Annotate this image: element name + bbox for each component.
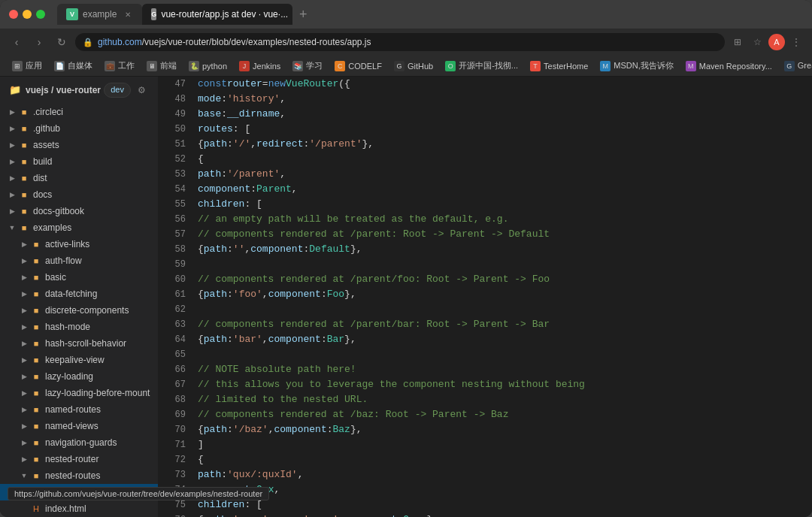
bookmarks-bar: ⊞ 应用 📄 自媒体 💼 工作 🖥 前端 🐍 python J Jenkins … — [0, 56, 812, 77]
folder-icon: ■ — [30, 354, 42, 366]
sidebar-item-examples[interactable]: ▼ ■ examples — [0, 219, 158, 236]
bookmark-jenkins[interactable]: J Jenkins — [235, 59, 285, 73]
folder-icon: ■ — [18, 156, 30, 168]
code-editor: 47 48 49 50 51 52 53 54 55 56 57 58 59 6… — [158, 77, 812, 517]
sidebar-item-github[interactable]: ▶ ■ .github — [0, 120, 158, 137]
folder-icon: ■ — [18, 139, 30, 151]
bookmark-study[interactable]: 📚 学习 — [288, 59, 327, 73]
bookmark-oschina-label: 开源中国-找彻... — [459, 60, 518, 71]
tabs-bar: V example ✕ G vue-router/app.js at dev ·… — [57, 4, 803, 25]
sidebar-item-nested-router[interactable]: ▶ ■ nested-router — [0, 451, 158, 467]
tree-label-auth-flow: auth-flow — [45, 255, 82, 266]
code-content[interactable]: const router = new VueRouter({ mode: 'hi… — [192, 77, 812, 517]
code-line-56: // an empty path will be treated as the … — [198, 212, 812, 227]
folder-icon: ■ — [30, 470, 42, 482]
maximize-button[interactable] — [36, 10, 45, 19]
bookmark-testerhome[interactable]: T TesterHome — [526, 59, 592, 73]
bookmark-jenkins-label: Jenkins — [253, 62, 280, 71]
back-button[interactable]: ‹ — [8, 33, 26, 51]
bookmark-github[interactable]: G GitHub — [389, 59, 438, 73]
sidebar-item-circleci[interactable]: ▶ ■ .circleci — [0, 104, 158, 120]
code-line-48: mode: 'history', — [198, 92, 812, 107]
sidebar-item-hash-scroll[interactable]: ▶ ■ hash-scroll-behavior — [0, 335, 158, 352]
study-icon: 📚 — [292, 61, 303, 71]
bookmark-codelf-label: CODELF — [348, 62, 382, 71]
sidebar-item-assets[interactable]: ▶ ■ assets — [0, 137, 158, 153]
sidebar-item-named-routes[interactable]: ▶ ■ named-routes — [0, 401, 158, 418]
tree-label-nested-router: nested-router — [45, 454, 98, 464]
bookmark-apps[interactable]: ⊞ 应用 — [8, 59, 47, 73]
sidebar-item-index-html[interactable]: H index.html — [0, 500, 158, 517]
address-bar[interactable]: 🔒 github.com/vuejs/vue-router/blob/dev/e… — [75, 33, 725, 51]
sidebar-item-auth-flow[interactable]: ▶ ■ auth-flow — [0, 252, 158, 269]
bookmark-msdn-label: MSDN,我告诉你 — [614, 60, 673, 71]
bookmark-work[interactable]: 💼 工作 — [100, 59, 139, 73]
line-num-57: 57 — [158, 227, 186, 242]
chevron-down-icon: ▼ — [6, 222, 18, 234]
sidebar-item-keepalive[interactable]: ▶ ■ keepalive-view — [0, 352, 158, 368]
sidebar-item-build[interactable]: ▶ ■ build — [0, 153, 158, 170]
bookmark-python[interactable]: 🐍 python — [184, 59, 232, 73]
sidebar-item-basic[interactable]: ▶ ■ basic — [0, 269, 158, 286]
msdn-icon: M — [600, 61, 611, 71]
sidebar-item-discrete-components[interactable]: ▶ ■ discrete-components — [0, 302, 158, 319]
bookmark-codelf[interactable]: C CODELF — [330, 59, 386, 73]
tree-label-active-links: active-links — [45, 239, 89, 249]
chevron-right-icon: ▶ — [6, 156, 18, 168]
bookmark-oschina[interactable]: O 开源中国-找彻... — [441, 59, 523, 73]
sidebar-item-docs-gitbook[interactable]: ▶ ■ docs-gitbook — [0, 203, 158, 219]
chevron-right-icon: ▶ — [18, 271, 30, 283]
translate-icon[interactable]: ⊞ — [729, 34, 746, 50]
tab-example[interactable]: V example ✕ — [57, 4, 142, 25]
chevron-right-icon: ▶ — [6, 172, 18, 184]
bookmark-msdn[interactable]: M MSDN,我告诉你 — [595, 59, 677, 73]
minimize-button[interactable] — [23, 10, 32, 19]
reload-button[interactable]: ↻ — [53, 33, 71, 51]
line-num-63: 63 — [158, 317, 186, 332]
sidebar-item-docs[interactable]: ▶ ■ docs — [0, 186, 158, 203]
bookmark-icon[interactable]: ☆ — [749, 34, 765, 50]
chevron-right-icon: ▶ — [18, 370, 30, 382]
sidebar-item-hash-mode[interactable]: ▶ ■ hash-mode — [0, 319, 158, 335]
sidebar-item-data-fetching[interactable]: ▶ ■ data-fetching — [0, 286, 158, 302]
bookmark-zimeiti-label: 自媒体 — [68, 60, 92, 71]
bookmark-greasy-label: Greasy Fork - 安... — [798, 60, 812, 71]
close-button[interactable] — [9, 10, 18, 19]
sidebar-item-named-views[interactable]: ▶ ■ named-views — [0, 418, 158, 434]
line-num-47: 47 — [158, 77, 186, 92]
line-num-52: 52 — [158, 152, 186, 167]
folder-icon: ■ — [30, 255, 42, 267]
bookmark-greasy[interactable]: G Greasy Fork - 安... — [780, 59, 812, 73]
bookmark-zimeiti[interactable]: 📄 自媒体 — [50, 59, 97, 73]
zimeiti-icon: 📄 — [54, 61, 65, 71]
bookmark-maven[interactable]: M Maven Repository... — [681, 59, 777, 73]
tree-label-docs-gitbook: docs-gitbook — [33, 206, 84, 216]
line-num-60: 60 — [158, 272, 186, 287]
testerhome-icon: T — [530, 61, 541, 71]
code-line-66: // NOTE absolute path here! — [198, 362, 812, 377]
sidebar-item-lazy-loading-before[interactable]: ▶ ■ lazy-loading-before-mount — [0, 385, 158, 401]
sidebar-branch[interactable]: dev — [104, 83, 131, 98]
menu-icon[interactable]: ⋮ — [788, 34, 804, 50]
html-file-icon: H — [30, 503, 42, 515]
tab-close-example[interactable]: ✕ — [123, 9, 133, 20]
sidebar-item-dist[interactable]: ▶ ■ dist — [0, 170, 158, 186]
bookmark-frontend[interactable]: 🖥 前端 — [142, 59, 181, 73]
line-num-67: 67 — [158, 377, 186, 392]
codelf-icon: C — [335, 61, 345, 71]
code-line-59 — [198, 257, 812, 272]
sidebar-item-nav-guards[interactable]: ▶ ■ navigation-guards — [0, 434, 158, 451]
sidebar-item-active-links[interactable]: ▶ ■ active-links — [0, 236, 158, 252]
tab-label-vuerouter: vue-router/app.js at dev · vue·... — [161, 9, 288, 20]
title-bar: V example ✕ G vue-router/app.js at dev ·… — [0, 0, 812, 29]
sidebar-item-lazy-loading[interactable]: ▶ ■ lazy-loading — [0, 368, 158, 385]
sidebar-item-nested-routes[interactable]: ▼ ■ nested-routes — [0, 467, 158, 484]
tab-vue-router[interactable]: G vue-router/app.js at dev · vue·... ✕ — [142, 4, 292, 25]
profile-icon[interactable]: A — [768, 34, 785, 50]
chevron-right-icon: ▶ — [18, 437, 30, 449]
bookmark-study-label: 学习 — [306, 60, 323, 71]
sidebar-settings-icon[interactable]: ⚙ — [134, 83, 149, 98]
new-tab-button[interactable]: + — [292, 4, 314, 25]
repo-icon: 📁 — [9, 84, 21, 96]
forward-button[interactable]: › — [30, 33, 48, 51]
